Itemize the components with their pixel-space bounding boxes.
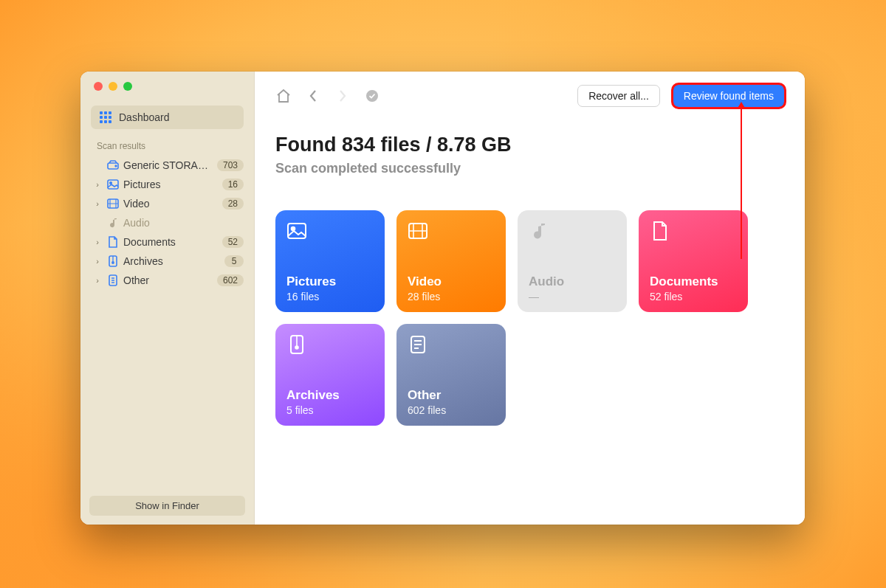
sidebar-item-count: 703 [217, 159, 244, 171]
scan-summary: Found 834 files / 8.78 GB Scan completed… [275, 134, 784, 176]
svg-point-10 [115, 165, 117, 167]
card-sub: 16 files [286, 291, 374, 302]
recover-all-button[interactable]: Recover all... [577, 85, 660, 107]
chevron-right-icon: › [92, 257, 103, 266]
sidebar-item-count: 16 [222, 179, 244, 190]
window-controls [80, 72, 254, 101]
annotation-arrow [741, 108, 742, 259]
sidebar-item-label: Other [123, 274, 214, 286]
sidebar-item-label: Generic STORAG... [123, 159, 214, 171]
sidebar-item-audio[interactable]: Audio [86, 213, 248, 232]
svg-point-17 [366, 90, 378, 102]
sidebar-item-count: 52 [222, 236, 244, 248]
video-icon [106, 198, 120, 209]
card-audio[interactable]: Audio — [518, 210, 627, 312]
chevron-right-icon: › [92, 276, 103, 285]
chevron-right-icon: › [92, 199, 103, 208]
pictures-icon [286, 221, 374, 252]
svg-rect-6 [100, 120, 103, 123]
review-found-items-button[interactable]: Review found items [673, 85, 784, 107]
app-window: Dashboard Scan results Generic STORAG...… [80, 72, 805, 525]
chevron-right-icon: › [92, 180, 103, 189]
card-sub: 52 files [650, 291, 737, 302]
card-other[interactable]: Other 602 files [396, 324, 506, 426]
other-icon [106, 274, 120, 286]
svg-rect-18 [288, 224, 306, 238]
audio-icon [106, 217, 120, 229]
svg-point-19 [292, 227, 295, 231]
svg-rect-3 [100, 116, 103, 119]
main-content: Recover all... Review found items Found … [255, 72, 805, 525]
sidebar-item-documents[interactable]: › Documents 52 [86, 232, 248, 252]
dashboard-nav-item[interactable]: Dashboard [91, 106, 244, 129]
sidebar: Dashboard Scan results Generic STORAG...… [80, 72, 255, 525]
sidebar-item-label: Archives [123, 255, 222, 267]
toolbar: Recover all... Review found items [275, 85, 784, 107]
grid-icon [100, 111, 111, 123]
sidebar-item-label: Pictures [123, 179, 219, 190]
category-cards: Pictures 16 files Video 28 files Audio — [275, 210, 784, 426]
card-title: Audio [529, 274, 616, 289]
show-in-finder-button[interactable]: Show in Finder [89, 496, 245, 516]
archive-icon [286, 334, 374, 365]
svg-rect-7 [104, 120, 107, 123]
sidebar-item-other[interactable]: › Other 602 [86, 271, 248, 290]
drive-icon [106, 160, 120, 170]
card-sub: 5 files [286, 404, 374, 416]
svg-rect-5 [109, 116, 111, 119]
video-icon [408, 221, 495, 252]
document-icon [106, 236, 120, 248]
back-icon[interactable] [305, 88, 321, 104]
other-icon [408, 334, 495, 365]
sidebar-item-count: 602 [217, 274, 244, 286]
card-sub: — [529, 291, 616, 302]
svg-rect-4 [104, 116, 107, 119]
sidebar-item-count: 28 [222, 198, 244, 210]
card-documents[interactable]: Documents 52 files [639, 210, 748, 312]
card-title: Other [408, 388, 495, 403]
sidebar-item-label: Video [123, 198, 219, 210]
card-title: Documents [650, 274, 737, 289]
svg-rect-8 [109, 120, 111, 123]
minimize-window-button[interactable] [109, 82, 117, 91]
summary-subhead: Scan completed successfully [275, 161, 784, 176]
card-video[interactable]: Video 28 files [396, 210, 506, 312]
summary-headline: Found 834 files / 8.78 GB [275, 134, 784, 156]
sidebar-tree: Generic STORAG... 703 › Pictures 16 › Vi… [80, 156, 254, 290]
svg-rect-0 [100, 111, 103, 114]
audio-icon [529, 221, 616, 252]
home-icon[interactable] [275, 88, 292, 104]
forward-icon[interactable] [334, 88, 351, 104]
sidebar-item-archives[interactable]: › Archives 5 [86, 252, 248, 271]
pictures-icon [106, 179, 120, 190]
card-sub: 602 files [408, 404, 495, 416]
sidebar-item-label: Audio [123, 217, 244, 229]
svg-point-12 [110, 182, 112, 184]
sidebar-footer: Show in Finder [80, 487, 254, 525]
dashboard-label: Dashboard [119, 111, 170, 123]
sidebar-item-drive[interactable]: Generic STORAG... 703 [86, 156, 248, 175]
svg-rect-2 [109, 111, 111, 114]
card-title: Video [408, 274, 495, 289]
document-icon [650, 221, 737, 252]
check-circle-icon[interactable] [364, 88, 380, 104]
svg-point-15 [112, 262, 114, 263]
card-title: Archives [286, 388, 374, 403]
card-sub: 28 files [408, 291, 495, 302]
svg-rect-1 [104, 111, 107, 114]
card-title: Pictures [286, 274, 374, 289]
archive-icon [106, 255, 120, 267]
svg-rect-11 [108, 180, 118, 189]
card-pictures[interactable]: Pictures 16 files [275, 210, 385, 312]
svg-point-22 [295, 346, 298, 349]
chevron-right-icon: › [92, 238, 103, 246]
close-window-button[interactable] [94, 82, 103, 91]
sidebar-item-count: 5 [224, 255, 244, 267]
sidebar-section-label: Scan results [80, 139, 254, 156]
sidebar-item-label: Documents [123, 236, 219, 248]
fullscreen-window-button[interactable] [123, 82, 132, 91]
sidebar-item-pictures[interactable]: › Pictures 16 [86, 175, 248, 194]
card-archives[interactable]: Archives 5 files [275, 324, 385, 426]
sidebar-item-video[interactable]: › Video 28 [86, 194, 248, 213]
